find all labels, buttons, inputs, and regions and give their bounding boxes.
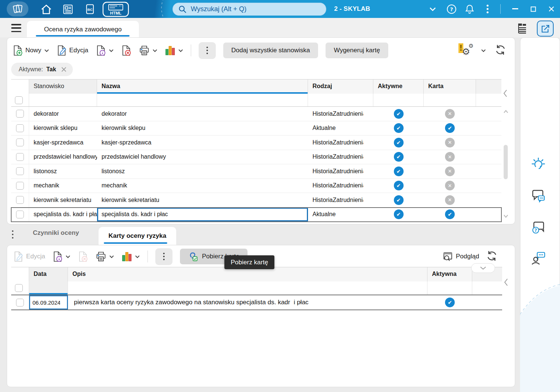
chevron-down-icon[interactable] — [135, 255, 140, 258]
svg-text:HTML: HTML — [110, 11, 122, 15]
contact-person-chat-icon[interactable] — [530, 249, 547, 267]
focused-cell[interactable]: specjalista ds. kadr i płac — [97, 208, 308, 222]
filter-cell[interactable] — [424, 94, 476, 106]
row-checkbox[interactable] — [16, 196, 24, 204]
column-header-opis[interactable]: Opis — [68, 267, 427, 281]
row-checkbox[interactable] — [16, 299, 24, 307]
chat-feedback-icon[interactable] — [530, 188, 547, 205]
window-layout-icon[interactable] — [517, 22, 529, 34]
new-button[interactable]: Nowy — [13, 45, 49, 56]
html-preview-icon[interactable]: HTML — [102, 3, 129, 16]
column-header-stanowisko[interactable]: Stanowisko — [29, 80, 97, 94]
column-header-aktywna[interactable]: Aktywna — [427, 267, 472, 281]
company-chevron-down-icon[interactable] — [428, 0, 438, 18]
new-document-icon — [13, 45, 23, 56]
print-button[interactable] — [96, 251, 114, 262]
focused-cell[interactable]: 06.09.2024 — [29, 295, 68, 309]
chevron-down-icon[interactable] — [109, 49, 114, 52]
titlebar-kebab-menu-icon[interactable] — [482, 0, 493, 18]
delete-document-button[interactable] — [121, 45, 131, 56]
filter-cell[interactable] — [29, 281, 68, 295]
filter-cell[interactable] — [68, 281, 427, 295]
row-checkbox[interactable] — [16, 110, 24, 118]
filter-chip-aktywne[interactable]: Aktywne: Tak — [11, 63, 73, 76]
column-header-karta[interactable]: Karta — [424, 80, 476, 94]
row-checkbox[interactable] — [16, 167, 24, 175]
scrollbar-thumb[interactable] — [504, 145, 508, 179]
share-export-button[interactable] — [537, 21, 554, 37]
delete-document-icon — [121, 45, 131, 56]
filter-cell[interactable] — [427, 281, 472, 295]
filter-cell[interactable] — [97, 94, 308, 106]
delete-document-button-disabled[interactable] — [78, 251, 88, 262]
hamburger-menu-icon[interactable] — [11, 24, 21, 32]
table-row[interactable]: kasjer-sprzedawca kasjer-sprzedawca Hist… — [11, 136, 501, 150]
generate-card-button[interactable]: Wygeneruj kartę — [326, 43, 388, 58]
chevron-down-icon[interactable] — [65, 255, 71, 258]
column-header-nazwa[interactable]: Nazwa — [97, 80, 308, 94]
chevron-down-icon[interactable] — [178, 49, 183, 52]
news-icon[interactable] — [60, 3, 75, 16]
table-row[interactable]: dekorator dekorator HistoriaZatrudnienia — [11, 107, 501, 121]
row-checkbox[interactable] — [16, 153, 24, 161]
refresh-button[interactable] — [486, 250, 498, 264]
app-logo[interactable] — [7, 1, 28, 16]
add-all-positions-button[interactable]: Dodaj wszystkie stanowiska — [223, 43, 318, 58]
validation-settings-icon[interactable]: ! ⚙ ⚙ — [458, 43, 476, 57]
refresh-button[interactable] — [494, 44, 507, 57]
table-row[interactable]: przedstawiciel handlowy przedstawiciel h… — [11, 150, 501, 165]
select-all-checkbox[interactable] — [15, 96, 23, 104]
row-checkbox[interactable] — [16, 124, 24, 132]
chart-button[interactable] — [165, 46, 183, 56]
chevron-down-icon[interactable] — [481, 49, 486, 52]
home-icon[interactable] — [39, 3, 54, 16]
bottom-tabs-kebab-icon[interactable] — [12, 230, 13, 239]
table-row[interactable]: mechanik mechanik HistoriaZatrudnienia — [11, 179, 501, 193]
document-info-button[interactable] — [96, 45, 114, 56]
table-row[interactable]: kierownik sklepu kierownik sklepu Aktual… — [11, 121, 501, 136]
chevron-down-icon[interactable] — [109, 255, 114, 258]
collapse-section-button[interactable] — [471, 263, 495, 273]
table-row[interactable]: kierownik sekretariatu kierownik sekreta… — [11, 193, 501, 208]
chevron-down-icon[interactable] — [152, 49, 158, 52]
bc-document-icon[interactable]: BC — [83, 3, 97, 16]
edit-card-button-disabled[interactable]: Edycja — [13, 251, 45, 262]
tab-czynniki-oceny[interactable]: Czynniki oceny — [33, 229, 79, 237]
card-row-selected[interactable]: 06.09.2024 pierwsza karta oceny ryzyka z… — [11, 295, 502, 310]
edit-button[interactable]: Edycja — [57, 45, 88, 56]
chart-button[interactable] — [122, 252, 140, 262]
help-icon[interactable]: ? — [446, 0, 457, 18]
tips-lightbulb-icon[interactable] — [530, 156, 547, 173]
collapse-columns-chevron[interactable] — [503, 278, 509, 288]
scroll-up-arrow[interactable] — [503, 108, 508, 115]
row-checkbox[interactable] — [16, 211, 24, 218]
select-all-checkbox[interactable] — [15, 284, 23, 292]
document-info-button[interactable] — [53, 251, 71, 262]
column-header-rodzaj[interactable]: Rodzaj — [308, 80, 373, 94]
minimize-button[interactable] — [508, 0, 522, 18]
row-checkbox[interactable] — [16, 182, 24, 190]
chevron-down-icon[interactable] — [44, 49, 49, 52]
table-row-selected[interactable]: specjalista ds. kadr i płac specjalista … — [11, 208, 501, 222]
more-actions-button[interactable] — [155, 248, 172, 265]
filter-cell[interactable] — [373, 94, 424, 106]
remove-filter-icon[interactable] — [61, 66, 67, 72]
global-search-input[interactable]: Wyszukaj (Alt + Q) — [172, 3, 326, 16]
scroll-down-arrow[interactable] — [503, 213, 508, 220]
column-header-aktywne[interactable]: Aktywne — [373, 80, 424, 94]
help-chat-icon[interactable]: ? — [530, 220, 547, 237]
filter-cell[interactable] — [29, 94, 97, 106]
preview-button[interactable]: Podgląd — [443, 251, 479, 262]
column-header-data[interactable]: Data — [29, 267, 68, 281]
table-row[interactable]: listonosz listonosz HistoriaZatrudnienia — [11, 164, 501, 179]
row-checkbox[interactable] — [16, 139, 24, 146]
print-button[interactable] — [139, 45, 158, 56]
more-actions-button[interactable] — [199, 42, 216, 59]
company-selector[interactable]: 2 - SKYLAB — [334, 0, 370, 18]
maximize-button[interactable] — [526, 0, 540, 18]
filter-cell[interactable] — [308, 94, 373, 106]
notifications-bell-icon[interactable] — [464, 0, 475, 18]
card-status-icon — [445, 195, 455, 205]
collapse-columns-chevron[interactable] — [503, 89, 508, 99]
close-button[interactable] — [544, 0, 559, 18]
